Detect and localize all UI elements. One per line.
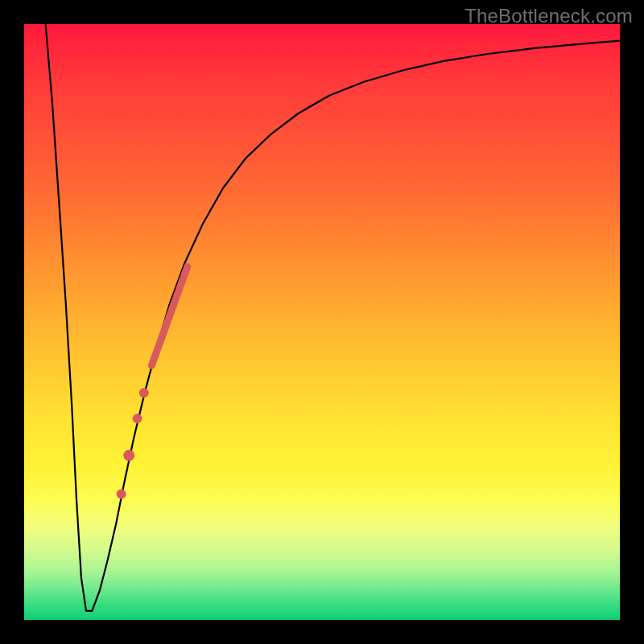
chart-plot-area: [24, 24, 620, 620]
dot-2: [133, 414, 142, 423]
watermark-text: TheBottleneck.com: [464, 5, 633, 27]
segment-a: [151, 266, 187, 365]
dot-1: [139, 388, 149, 398]
chart-markers: [117, 266, 188, 499]
dot-4: [117, 489, 126, 499]
dot-3: [123, 450, 134, 461]
chart-svg: [24, 24, 620, 620]
chart-frame: TheBottleneck.com: [0, 0, 644, 644]
bottleneck-curve: [46, 24, 620, 611]
